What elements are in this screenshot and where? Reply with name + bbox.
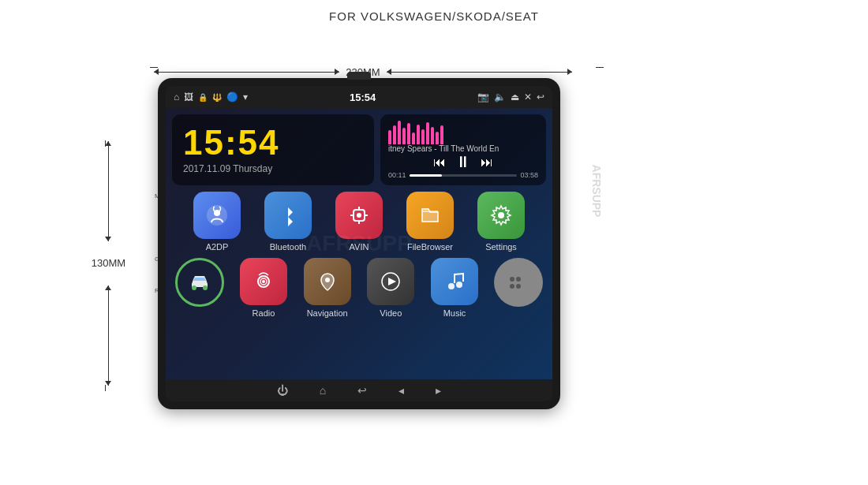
- app-a2dp-icon: [193, 192, 241, 239]
- app-radio-icon: [240, 258, 287, 305]
- music-title: itney Spears - Till The World En: [388, 144, 538, 153]
- app-icon-avin[interactable]: AVIN: [327, 192, 391, 252]
- app-icon-a2dp[interactable]: A2DP: [185, 192, 249, 252]
- clock-date: 2017.11.09 Thursday: [183, 163, 363, 174]
- volume-up-button[interactable]: ▸: [436, 384, 441, 397]
- back-nav-button[interactable]: ↩: [357, 384, 367, 397]
- progress-total: 03:58: [520, 171, 538, 179]
- music-widget: itney Spears - Till The World En ⏮ ⏸ ⏭ 0…: [380, 114, 546, 185]
- svg-point-3: [357, 213, 361, 218]
- music-equalizer: [388, 121, 538, 144]
- eject-icon: ⏏: [511, 91, 519, 103]
- svg-point-19: [510, 277, 514, 282]
- svg-point-9: [192, 285, 196, 290]
- app-row-2: Radio Navigation: [172, 258, 546, 318]
- undo-icon[interactable]: ↩: [537, 91, 544, 103]
- bluetooth-status-icon: 🔵: [226, 91, 238, 103]
- eq-bar-11: [436, 132, 439, 145]
- guide-left-220: [150, 67, 158, 68]
- home-nav-button[interactable]: ⌂: [320, 384, 326, 397]
- eq-bar-4: [402, 128, 406, 144]
- clock-widget: 15:54 2017.11.09 Thursday: [172, 114, 374, 185]
- side-watermark-text: AFRSUPP: [591, 165, 604, 218]
- guide-bottom-130: [105, 385, 106, 391]
- screen: ⌂ 🖼 🔒 🔱 🔵 ▾ 15:54 📷 🔈 ⏏ ✕ ↩: [166, 86, 552, 401]
- prev-button[interactable]: ⏮: [433, 155, 446, 170]
- clock-time: 15:54: [183, 125, 363, 160]
- app-filebrowser-icon: [406, 192, 454, 239]
- app-icon-more[interactable]: [490, 258, 546, 318]
- eq-bar-8: [421, 129, 425, 145]
- power-button[interactable]: ⏻: [277, 384, 288, 397]
- app-icon-music[interactable]: Music: [427, 258, 483, 318]
- app-icon-settings[interactable]: Settings: [470, 192, 533, 252]
- guide-right-220: [596, 67, 604, 68]
- svg-point-13: [262, 280, 265, 283]
- status-bar-left: ⌂ 🖼 🔒 🔱 🔵 ▾: [174, 91, 248, 103]
- progress-current: 00:11: [388, 171, 406, 179]
- svg-point-17: [448, 283, 455, 289]
- page-title: FOR VOLKSWAGEN/SKODA/SEAT: [0, 0, 868, 23]
- more-icon: [494, 258, 543, 307]
- camera-icon: 📷: [477, 91, 489, 103]
- app-icon-bluetooth[interactable]: Bluetooth: [256, 192, 320, 252]
- screen-content: AFRSUPP 15:54 2017.11.09 Thursday: [166, 108, 552, 379]
- home-icon[interactable]: ⌂: [174, 91, 179, 103]
- app-navigation-label: Navigation: [307, 308, 348, 318]
- app-settings-label: Settings: [485, 242, 517, 252]
- eq-bar-9: [426, 122, 429, 145]
- svg-marker-16: [388, 278, 396, 285]
- image-icon: 🖼: [184, 91, 193, 103]
- eq-bar-3: [398, 121, 401, 144]
- play-pause-button[interactable]: ⏸: [455, 153, 471, 171]
- eq-bar-5: [407, 123, 410, 144]
- app-music-label: Music: [443, 308, 466, 318]
- music-controls[interactable]: ⏮ ⏸ ⏭: [388, 153, 538, 171]
- svg-point-14: [325, 278, 330, 282]
- eq-bar-6: [412, 132, 415, 144]
- status-bar-time: 15:54: [248, 91, 477, 103]
- app-video-icon: [367, 258, 414, 305]
- volume-down-button[interactable]: ◂: [398, 384, 404, 397]
- app-icon-video[interactable]: Video: [363, 258, 419, 318]
- svg-point-10: [203, 285, 208, 290]
- close-icon[interactable]: ✕: [524, 91, 532, 103]
- app-icon-car[interactable]: [172, 258, 228, 318]
- app-icon-radio[interactable]: Radio: [236, 258, 292, 318]
- app-a2dp-label: A2DP: [206, 242, 229, 252]
- next-button[interactable]: ⏭: [481, 155, 493, 170]
- status-bar: ⌂ 🖼 🔒 🔱 🔵 ▾ 15:54 📷 🔈 ⏏ ✕ ↩: [166, 86, 552, 108]
- svg-point-21: [510, 284, 514, 289]
- app-avin-icon: [335, 192, 383, 239]
- app-icon-filebrowser[interactable]: FileBrowser: [398, 192, 462, 252]
- svg-point-22: [516, 284, 521, 289]
- nav-bar: ⏻ ⌂ ↩ ◂ ▸: [166, 379, 552, 401]
- status-bar-right: 📷 🔈 ⏏ ✕ ↩: [477, 91, 544, 103]
- eq-bar-10: [431, 127, 434, 145]
- lock-icon: 🔒: [198, 93, 208, 102]
- svg-point-18: [456, 282, 462, 288]
- car-icon: [175, 258, 224, 307]
- eq-bar-2: [393, 125, 396, 144]
- app-bluetooth-label: Bluetooth: [270, 242, 306, 252]
- device-bezel: ⌂ 🖼 🔒 🔱 🔵 ▾ 15:54 📷 🔈 ⏏ ✕ ↩: [158, 78, 560, 409]
- app-row-1: A2DP Bluetooth: [172, 192, 546, 252]
- diagram-area: 220MM 130MM MIC GPS RST ⌂ 🖼 🔒 🔱 🔵 ▾: [0, 27, 868, 468]
- app-video-label: Video: [380, 308, 402, 318]
- app-icon-navigation[interactable]: Navigation: [299, 258, 355, 318]
- progress-bar-fill: [410, 174, 442, 177]
- app-settings-icon: [477, 192, 525, 239]
- eq-bar-12: [440, 125, 443, 144]
- svg-point-20: [516, 277, 521, 282]
- volume-icon[interactable]: 🔈: [494, 91, 506, 103]
- app-navigation-icon: [304, 258, 351, 305]
- usb-icon: 🔱: [212, 93, 222, 102]
- progress-bar-background[interactable]: [410, 174, 518, 177]
- app-filebrowser-label: FileBrowser: [407, 242, 453, 252]
- eq-bar-1: [388, 130, 391, 144]
- dimension-130-group: 130MM: [103, 141, 114, 386]
- widget-row: 15:54 2017.11.09 Thursday: [172, 114, 546, 185]
- eq-bar-7: [417, 125, 420, 145]
- svg-point-8: [498, 212, 504, 218]
- app-avin-label: AVIN: [350, 242, 369, 252]
